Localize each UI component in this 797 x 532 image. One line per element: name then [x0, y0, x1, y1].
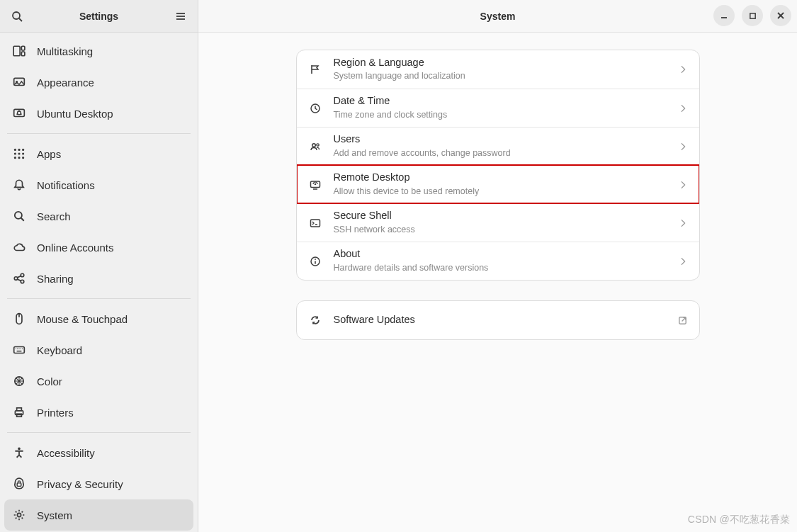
- settings-row-region-language[interactable]: Region & LanguageSystem language and loc…: [297, 50, 699, 89]
- sidebar-item-multitasking[interactable]: Multitasking: [4, 35, 193, 67]
- multitasking-icon: [11, 43, 27, 59]
- clock-icon: [308, 101, 322, 115]
- mouse-icon: [11, 311, 27, 327]
- close-button[interactable]: [770, 5, 791, 26]
- chevron-right-icon: [678, 256, 688, 266]
- sidebar-item-privacy-security[interactable]: Privacy & Security: [4, 468, 193, 499]
- sidebar-item-label: Apps: [37, 148, 61, 160]
- row-text: Region & LanguageSystem language and loc…: [334, 57, 672, 82]
- row-subtitle: Time zone and clock settings: [334, 109, 672, 121]
- accessibility-icon: [11, 445, 27, 460]
- hamburger-icon: [175, 11, 186, 22]
- row-subtitle: Add and remove accounts, change password: [334, 147, 672, 159]
- sidebar-item-label: Mouse & Touchpad: [37, 313, 128, 325]
- sidebar-item-label: Keyboard: [37, 344, 82, 356]
- content-area: Region & LanguageSystem language and loc…: [198, 33, 797, 532]
- sidebar-item-label: Online Accounts: [37, 242, 113, 254]
- row-subtitle: System language and localization: [334, 70, 672, 82]
- external-link-icon: [677, 315, 688, 326]
- keyboard-icon: [11, 342, 27, 358]
- apps-icon: [11, 146, 27, 162]
- software-updates-card: Software Updates: [296, 300, 700, 340]
- privacy-icon: [11, 476, 27, 492]
- sidebar-title: Settings: [79, 11, 118, 22]
- row-title: Region & Language: [334, 57, 672, 69]
- sidebar-item-label: Search: [37, 210, 71, 222]
- sidebar-item-notifications[interactable]: Notifications: [4, 169, 193, 200]
- main-panel: System: [198, 0, 797, 532]
- settings-row-software-updates[interactable]: Software Updates: [297, 301, 699, 339]
- sidebar-item-color[interactable]: Color: [4, 366, 193, 397]
- terminal-icon: [308, 216, 322, 230]
- row-text: Secure ShellSSH network access: [334, 210, 672, 235]
- sidebar-item-system[interactable]: System: [4, 499, 193, 531]
- printers-icon: [11, 404, 27, 420]
- sidebar-item-ubuntu-desktop[interactable]: Ubuntu Desktop: [4, 98, 193, 129]
- row-text: Date & TimeTime zone and clock settings: [334, 95, 672, 120]
- sidebar-item-label: Accessibility: [37, 447, 95, 459]
- sidebar-item-apps[interactable]: Apps: [4, 138, 193, 169]
- row-title: Date & Time: [334, 95, 672, 107]
- row-title: Software Updates: [334, 314, 672, 326]
- settings-row-secure-shell[interactable]: Secure ShellSSH network access: [297, 203, 699, 242]
- sidebar-item-label: Sharing: [37, 273, 74, 285]
- panel-column: Region & LanguageSystem language and loc…: [296, 50, 700, 532]
- appearance-icon: [11, 74, 27, 90]
- chevron-right-icon: [678, 103, 688, 113]
- maximize-button[interactable]: [742, 5, 763, 26]
- sidebar-separator: [7, 298, 191, 299]
- row-text: Software Updates: [334, 314, 672, 326]
- row-text: UsersAdd and remove accounts, change pas…: [334, 133, 672, 159]
- sidebar-item-online-accounts[interactable]: Online Accounts: [4, 232, 193, 263]
- row-subtitle: SSH network access: [334, 224, 672, 236]
- flag-icon: [308, 62, 322, 77]
- sidebar-item-search[interactable]: Search: [4, 200, 193, 232]
- sidebar-item-appearance[interactable]: Appearance: [4, 67, 193, 98]
- settings-row-date-time[interactable]: Date & TimeTime zone and clock settings: [297, 89, 699, 127]
- sidebar-item-label: Color: [37, 375, 62, 387]
- color-icon: [11, 373, 27, 389]
- sidebar-item-label: Appearance: [37, 77, 94, 89]
- svg-point-0: [13, 12, 20, 19]
- settings-row-users[interactable]: UsersAdd and remove accounts, change pas…: [297, 127, 699, 165]
- remote-desktop-icon: [308, 178, 322, 192]
- settings-window: Settings MultitaskingAppearanceUbuntu De…: [0, 0, 797, 532]
- settings-row-about[interactable]: AboutHardware details and software versi…: [297, 242, 699, 280]
- minimize-icon: [720, 11, 728, 20]
- row-title: Secure Shell: [334, 210, 672, 222]
- minimize-button[interactable]: [713, 5, 735, 26]
- chevron-right-icon: [678, 142, 688, 152]
- close-icon: [776, 11, 785, 20]
- row-subtitle: Allow this device to be used remotely: [334, 186, 672, 198]
- sidebar-item-keyboard[interactable]: Keyboard: [4, 334, 193, 366]
- search-button[interactable]: [7, 6, 27, 26]
- sidebar-item-label: Notifications: [37, 179, 95, 191]
- chevron-right-icon: [678, 180, 688, 190]
- sidebar-item-accessibility[interactable]: Accessibility: [4, 437, 193, 468]
- sidebar-item-mouse-touchpad[interactable]: Mouse & Touchpad: [4, 303, 193, 334]
- row-title: Users: [334, 133, 672, 145]
- notifications-icon: [11, 177, 27, 193]
- row-text: AboutHardware details and software versi…: [334, 248, 672, 273]
- sidebar-separator: [7, 432, 191, 433]
- sidebar-separator: [7, 133, 191, 134]
- row-title: About: [334, 248, 672, 260]
- sidebar-item-sharing[interactable]: Sharing: [4, 263, 193, 294]
- sidebar-item-label: Privacy & Security: [37, 478, 123, 490]
- sidebar-item-label: Ubuntu Desktop: [37, 108, 113, 120]
- hamburger-menu-button[interactable]: [171, 6, 191, 26]
- sidebar-item-label: Multitasking: [37, 45, 93, 57]
- sidebar: Settings MultitaskingAppearanceUbuntu De…: [0, 0, 198, 532]
- sidebar-list: MultitaskingAppearanceUbuntu DesktopApps…: [0, 33, 198, 532]
- settings-row-remote-desktop[interactable]: Remote DesktopAllow this device to be us…: [297, 165, 699, 203]
- sidebar-item-label: System: [37, 509, 72, 521]
- svg-line-1: [19, 18, 22, 21]
- svg-rect-6: [750, 13, 754, 18]
- sidebar-header: Settings: [0, 0, 198, 33]
- system-settings-card: Region & LanguageSystem language and loc…: [296, 50, 700, 281]
- sidebar-item-printers[interactable]: Printers: [4, 397, 193, 428]
- maximize-icon: [749, 12, 757, 20]
- chevron-right-icon: [678, 218, 688, 228]
- titlebar: System: [198, 0, 797, 33]
- chevron-right-icon: [678, 64, 688, 74]
